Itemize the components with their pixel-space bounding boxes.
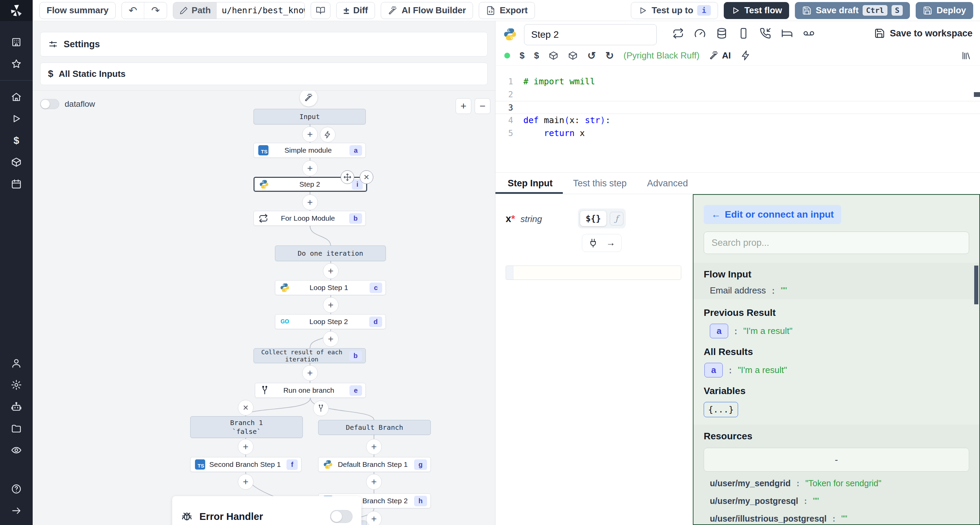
add-step-button[interactable]: + (238, 439, 253, 455)
home-icon[interactable] (0, 86, 33, 108)
resource-row[interactable]: u/user/my_sendgrid:"Token for sendgrid" (704, 478, 969, 489)
add-step-button[interactable]: + (302, 160, 318, 176)
flow-settings-card[interactable]: Settings (40, 32, 488, 56)
package-icon[interactable] (568, 51, 578, 60)
node-second-branch-step-1[interactable]: TS Second Branch Step 1 f (190, 457, 301, 472)
save-to-workspace-button[interactable]: Save to workspace (874, 28, 972, 39)
path-edit-button[interactable]: Path (173, 2, 217, 19)
previous-result-row[interactable]: a : "I'm a result" (704, 324, 969, 338)
assistants-status[interactable]: (Pyright Black Ruff) (624, 50, 699, 61)
node-default-branch[interactable]: Default Branch (318, 420, 431, 435)
step-id-badge[interactable]: a (705, 363, 723, 377)
package-icon[interactable] (549, 51, 558, 60)
add-step-button[interactable]: + (323, 297, 339, 313)
variables-object-badge[interactable]: {...} (704, 402, 738, 417)
add-step-button[interactable]: + (238, 474, 253, 490)
node-loop-step-1[interactable]: Loop Step 1 c (275, 280, 386, 295)
lightning-icon[interactable] (740, 50, 751, 61)
database-icon[interactable] (716, 27, 727, 39)
node-input[interactable]: Input (253, 109, 366, 124)
open-docs-button[interactable] (311, 2, 331, 19)
folders-icon[interactable] (0, 417, 33, 439)
delete-step-button[interactable]: × (360, 170, 373, 184)
cache-sync-icon[interactable] (672, 27, 684, 39)
undo-button[interactable]: ↶ (122, 2, 144, 19)
export-button[interactable]: Export (479, 2, 535, 19)
reset-rotate-ccw-icon[interactable]: ↺ (587, 50, 596, 62)
search-prop-input[interactable] (704, 232, 969, 254)
variable-picker-icon[interactable]: $ (520, 50, 524, 61)
resource-row[interactable]: u/user/illustrious_postgresql:"" (704, 513, 969, 525)
workers-robot-icon[interactable] (0, 396, 33, 417)
add-step-button[interactable]: + (323, 331, 339, 347)
node-default-branch-step-1[interactable]: Default Branch Step 1 g (318, 457, 431, 472)
edit-or-connect-chip[interactable]: ← Edit or connect an input (704, 205, 841, 224)
node-run-one-branch[interactable]: Run one branch e (255, 383, 366, 398)
ai-flow-builder-button[interactable]: AI Flow Builder (381, 2, 473, 19)
help-icon[interactable] (0, 478, 33, 500)
expand-sidebar-arrow-icon[interactable] (0, 500, 33, 522)
editor-scroll-marker[interactable] (974, 92, 980, 97)
add-step-button[interactable]: + (366, 511, 382, 525)
workspace-icon[interactable] (0, 31, 33, 53)
variables-dollar-icon[interactable]: $ (0, 130, 33, 151)
add-branch-button[interactable] (313, 401, 329, 416)
redo-button[interactable]: ↷ (144, 2, 167, 19)
test-flow-button[interactable]: Test flow (724, 2, 789, 19)
users-icon[interactable] (0, 352, 33, 374)
ai-gen-button[interactable]: AI (709, 50, 731, 61)
all-static-inputs-card[interactable]: $ All Static Inputs (40, 63, 488, 85)
audit-eye-icon[interactable] (0, 439, 33, 461)
add-step-button[interactable]: + (302, 127, 318, 142)
add-step-button[interactable]: + (302, 195, 318, 210)
dataflow-toggle[interactable] (40, 99, 59, 109)
flow-summary-button[interactable]: Flow summary (40, 2, 116, 19)
diff-button[interactable]: ±Diff (336, 2, 375, 19)
smartphone-icon[interactable] (738, 27, 749, 39)
windmill-logo[interactable] (0, 0, 33, 21)
arrow-right-icon[interactable]: → (606, 238, 615, 248)
x-value-input[interactable] (514, 266, 681, 279)
add-step-button[interactable]: + (323, 263, 339, 279)
all-results-row[interactable]: a : "I'm a result" (704, 363, 969, 377)
node-loop-step-2[interactable]: GO Loop Step 2 d (275, 314, 386, 329)
error-handler-toggle[interactable] (330, 510, 353, 523)
reload-rotate-cw-icon[interactable]: ↻ (605, 50, 614, 62)
test-up-to-button[interactable]: Test up toi (631, 2, 718, 19)
library-icon[interactable] (961, 51, 971, 60)
add-step-button[interactable]: + (366, 474, 382, 490)
favorites-star-icon[interactable] (0, 53, 33, 75)
add-step-button[interactable]: + (302, 365, 318, 381)
step-id-badge[interactable]: a (710, 324, 728, 338)
save-draft-button[interactable]: Save draftCtrlS (795, 2, 910, 19)
resource-picker-icon[interactable]: $ (534, 50, 539, 61)
flow-input-row[interactable]: Email address : "" (704, 285, 969, 296)
node-simple-module[interactable]: TS Simple module a (253, 143, 366, 158)
runs-play-icon[interactable] (0, 108, 33, 130)
move-step-button[interactable] (340, 170, 354, 184)
plug-icon[interactable] (588, 238, 598, 248)
settings-gear-icon[interactable] (0, 374, 33, 396)
path-value[interactable]: u/henri/best_knowi (217, 2, 305, 19)
tab-advanced[interactable]: Advanced (637, 173, 698, 194)
sleep-bed-icon[interactable] (781, 27, 793, 39)
phone-incoming-icon[interactable] (759, 27, 771, 39)
step-name-input[interactable] (524, 24, 657, 45)
resource-row[interactable]: u/user/my_postgresql:"" (704, 495, 969, 507)
resources-cube-icon[interactable] (0, 151, 33, 173)
resource-select[interactable]: - (704, 448, 969, 472)
voicemail-icon[interactable] (803, 27, 815, 39)
deploy-button[interactable]: Deploy (916, 2, 973, 19)
node-branch-1[interactable]: Branch 1 `false` (190, 416, 303, 438)
node-do-one-iteration[interactable]: Do one iteration (275, 246, 386, 261)
schedules-calendar-icon[interactable] (0, 173, 33, 195)
add-trigger-button[interactable] (320, 127, 336, 143)
zoom-out-button[interactable]: − (475, 98, 490, 114)
node-collect-result[interactable]: Collect result of each iteration b (253, 348, 366, 363)
tab-step-input[interactable]: Step Input (495, 173, 563, 194)
tab-test-this-step[interactable]: Test this step (563, 173, 637, 194)
zoom-in-button[interactable]: + (456, 98, 471, 114)
panel-scrollbar-thumb[interactable] (974, 266, 978, 305)
add-step-button[interactable]: + (366, 439, 382, 455)
remove-branch-button[interactable]: × (238, 400, 253, 416)
